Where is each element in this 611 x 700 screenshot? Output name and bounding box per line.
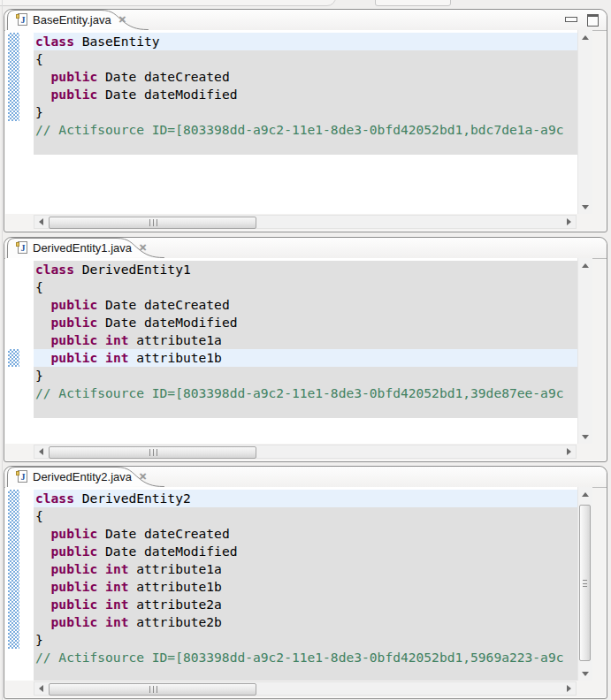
code-line: public Date dateModified	[34, 543, 577, 560]
arrow-left-icon	[39, 448, 43, 455]
vertical-scrollbar[interactable]	[577, 258, 592, 444]
horizontal-scrollbar[interactable]	[34, 215, 577, 229]
token-plain: {	[35, 508, 43, 523]
tab-label: DerivedEntity1.java	[33, 241, 132, 255]
code-line: {	[34, 50, 577, 68]
generated-code-region: class DerivedEntity2 { public Date dateC…	[34, 490, 577, 681]
token-plain: }	[35, 368, 43, 383]
vertical-scroll-thumb[interactable]	[579, 505, 591, 661]
code-area[interactable]: class DerivedEntity2 { public Date dateC…	[34, 487, 577, 681]
token-keyword: int	[105, 579, 128, 594]
arrow-left-icon	[39, 685, 43, 692]
code-editor[interactable]: class BaseEntity { public Date dateCreat…	[5, 30, 592, 214]
thumb-grip-icon	[149, 449, 157, 456]
tab-baseentity-java[interactable]: J BaseEntity.java ✕	[7, 10, 149, 30]
token-indent	[35, 614, 51, 629]
token-keyword: public	[51, 350, 98, 365]
scroll-down-button[interactable]	[578, 200, 592, 214]
editor-gutter[interactable]	[5, 30, 34, 214]
token-plain: }	[35, 104, 43, 119]
code-editor[interactable]: class DerivedEntity2 { public Date dateC…	[5, 487, 592, 681]
arrow-up-icon	[582, 263, 589, 268]
token-plain: Date dateCreated	[97, 69, 229, 84]
scroll-up-button[interactable]	[578, 487, 592, 501]
maximize-icon[interactable]	[587, 14, 599, 27]
code-line: public int attribute1a	[34, 560, 577, 578]
token-comment: // Actifsource ID=[803398dd-a9c2-11e1-8d…	[35, 385, 563, 400]
scroll-right-button[interactable]	[562, 445, 576, 458]
token-plain: DerivedEntity1	[74, 262, 191, 277]
token-indent	[35, 69, 51, 84]
token-plain: attribute1a	[128, 561, 221, 576]
token-plain: attribute2a	[128, 597, 221, 612]
horizontal-scrollbar[interactable]	[34, 445, 577, 459]
minimize-icon[interactable]	[565, 17, 577, 22]
vertical-scrollbar[interactable]	[577, 30, 592, 214]
arrow-right-icon	[567, 218, 571, 225]
code-line: public int attribute1b	[34, 578, 577, 596]
editor-gutter[interactable]	[5, 487, 34, 681]
token-indent	[35, 561, 51, 576]
token-plain: {	[35, 279, 43, 294]
code-line: public Date dateCreated	[34, 296, 577, 314]
tab-label: BaseEntity.java	[33, 13, 111, 27]
token-keyword: public	[51, 544, 98, 559]
editor-gutter[interactable]	[5, 258, 34, 444]
scroll-left-button[interactable]	[34, 216, 48, 228]
token-keyword: public	[51, 297, 98, 312]
background-window-edge	[0, 0, 336, 6]
code-editor[interactable]: class DerivedEntity1 { public Date dateC…	[5, 258, 592, 444]
scroll-up-button[interactable]	[578, 258, 592, 272]
token-keyword: int	[105, 350, 128, 365]
code-line: public Date dateCreated	[34, 525, 577, 543]
java-file-icon: J	[16, 241, 27, 254]
arrow-right-icon	[567, 685, 571, 692]
java-file-icon: J	[16, 13, 27, 26]
horizontal-scroll-thumb[interactable]	[49, 683, 256, 696]
scroll-up-button[interactable]	[578, 30, 592, 44]
code-area[interactable]: class BaseEntity { public Date dateCreat…	[34, 30, 577, 214]
change-marker	[8, 349, 19, 367]
view-window-buttons	[565, 14, 599, 27]
close-icon[interactable]: ✕	[139, 243, 147, 253]
token-indent	[35, 350, 51, 365]
token-space	[97, 597, 105, 612]
code-area[interactable]: class DerivedEntity1 { public Date dateC…	[34, 258, 577, 444]
horizontal-scroll-thumb[interactable]	[49, 217, 256, 229]
svg-text:J: J	[21, 15, 26, 25]
token-keyword: int	[105, 614, 128, 629]
scroll-down-button[interactable]	[578, 666, 592, 681]
tab-derivedentity2-java[interactable]: J DerivedEntity2.java ✕	[7, 467, 164, 487]
token-plain: Date dateModified	[97, 315, 237, 330]
token-comment: // Actifsource ID=[803398dd-a9c2-11e1-8d…	[35, 122, 563, 137]
scroll-left-button[interactable]	[34, 445, 48, 458]
vertical-scrollbar[interactable]	[577, 487, 592, 681]
background-window-button-edge	[375, 0, 451, 6]
code-line: class DerivedEntity1	[34, 261, 577, 278]
code-line: public int attribute2a	[34, 596, 577, 613]
thumb-grip-icon	[583, 580, 587, 587]
window-left-edge	[0, 0, 3, 700]
token-keyword: int	[105, 597, 128, 612]
tab-derivedentity1-java[interactable]: J DerivedEntity1.java ✕	[7, 238, 164, 258]
token-plain: {	[35, 51, 43, 66]
token-plain: Date dateCreated	[97, 526, 229, 541]
change-marker	[8, 33, 19, 121]
token-keyword: public	[51, 315, 98, 330]
arrow-down-icon	[582, 205, 589, 209]
code-line: class BaseEntity	[34, 33, 577, 50]
token-keyword: public	[51, 526, 98, 541]
token-keyword: class	[35, 491, 74, 506]
horizontal-scrollbar[interactable]	[34, 681, 577, 696]
scroll-right-button[interactable]	[562, 216, 576, 228]
horizontal-scroll-thumb[interactable]	[49, 446, 256, 459]
change-marker	[8, 490, 19, 649]
close-icon[interactable]: ✕	[118, 15, 126, 25]
arrow-right-icon	[567, 448, 571, 455]
code-line: }	[34, 367, 577, 384]
scroll-down-button[interactable]	[578, 430, 592, 444]
scroll-left-button[interactable]	[34, 682, 48, 695]
close-icon[interactable]: ✕	[139, 472, 147, 482]
scroll-right-button[interactable]	[562, 682, 576, 695]
token-plain: attribute2b	[128, 614, 221, 629]
